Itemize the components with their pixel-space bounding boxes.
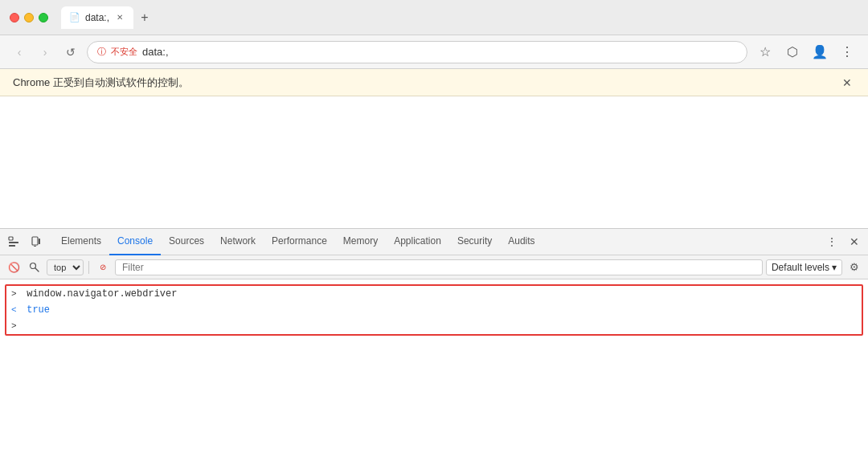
svg-rect-3 xyxy=(32,237,38,245)
console-filter-icon[interactable] xyxy=(26,259,43,276)
tab-performance[interactable]: Performance xyxy=(264,229,335,255)
console-text-3 xyxy=(21,319,27,333)
info-close-button[interactable]: ✕ xyxy=(839,75,855,91)
tab-elements[interactable]: Elements xyxy=(53,229,109,255)
tab-page-icon: 📄 xyxy=(69,12,80,22)
tab-sources[interactable]: Sources xyxy=(161,229,212,255)
tab-performance-label: Performance xyxy=(272,235,327,247)
minimize-button[interactable] xyxy=(24,13,34,22)
devtools-close-icon[interactable]: ✕ xyxy=(844,231,865,252)
console-entry-2: < true xyxy=(6,302,862,318)
tab-security-label: Security xyxy=(457,235,492,247)
toolbar-right: ☆ ⬡ 👤 ⋮ xyxy=(754,41,858,63)
tab-application[interactable]: Application xyxy=(386,229,449,255)
devtools-tab-bar: Elements Console Sources Network Perform… xyxy=(0,229,868,255)
devtools-more-icon[interactable]: ⋮ xyxy=(821,231,842,252)
console-clear-icon[interactable]: 🚫 xyxy=(5,259,23,276)
forward-button[interactable]: › xyxy=(35,43,55,62)
svg-rect-0 xyxy=(9,237,13,240)
security-icon: ⓘ xyxy=(97,46,106,58)
devtools-left-icons xyxy=(3,231,53,252)
console-settings-icon[interactable]: ⚙ xyxy=(845,259,863,276)
console-output: > window.navigator.webdriver < true > xyxy=(0,279,868,341)
console-text-2: true xyxy=(21,303,50,317)
devtools-right-icons: ⋮ ✕ xyxy=(821,231,865,252)
back-icon: ‹ xyxy=(18,46,22,59)
console-highlight-box: > window.navigator.webdriver < true > xyxy=(5,284,863,336)
address-bar: ‹ › ↺ ⓘ 不安全 data:, ☆ ⬡ 👤 ⋮ xyxy=(0,35,868,69)
automation-message: Chrome 正受到自动测试软件的控制。 xyxy=(13,75,189,90)
svg-rect-5 xyxy=(39,239,40,244)
url-text: data:, xyxy=(142,46,169,58)
default-levels-label: Default levels xyxy=(772,262,829,273)
main-content xyxy=(0,96,868,228)
tab-network-label: Network xyxy=(220,235,256,247)
account-button[interactable]: 👤 xyxy=(809,41,831,63)
tab-sources-label: Sources xyxy=(169,235,204,247)
automation-info-bar: Chrome 正受到自动测试软件的控制。 ✕ xyxy=(0,69,868,96)
tab-console-label: Console xyxy=(117,235,153,247)
svg-rect-4 xyxy=(34,246,36,247)
url-bar[interactable]: ⓘ 不安全 data:, xyxy=(87,41,747,63)
svg-rect-2 xyxy=(9,245,15,247)
active-tab[interactable]: 📄 data:, ✕ xyxy=(61,6,133,29)
console-toolbar: 🚫 top ⊘ Default levels ▾ ⚙ xyxy=(0,255,868,279)
tab-memory[interactable]: Memory xyxy=(335,229,386,255)
security-label: 不安全 xyxy=(111,46,137,58)
devtools-device-icon[interactable] xyxy=(26,231,47,252)
extensions-icon: ⬡ xyxy=(787,44,798,59)
new-tab-button[interactable]: + xyxy=(133,6,156,29)
devtools-panel: Elements Console Sources Network Perform… xyxy=(0,228,868,341)
refresh-icon: ↺ xyxy=(66,46,76,59)
tab-audits-label: Audits xyxy=(508,235,534,247)
tab-bar: 📄 data:, ✕ + xyxy=(61,6,858,29)
toolbar-divider xyxy=(88,261,89,274)
tab-memory-label: Memory xyxy=(343,235,378,247)
tab-close-button[interactable]: ✕ xyxy=(114,12,125,23)
tab-title: data:, xyxy=(85,12,109,23)
tab-network[interactable]: Network xyxy=(212,229,264,255)
tab-console[interactable]: Console xyxy=(109,229,161,255)
svg-line-7 xyxy=(35,267,39,271)
tab-audits[interactable]: Audits xyxy=(500,229,542,255)
console-arrow-3: > xyxy=(11,319,21,333)
tab-elements-label: Elements xyxy=(61,235,101,247)
console-arrow-2: < xyxy=(11,303,21,317)
tab-application-label: Application xyxy=(394,235,441,247)
dropdown-arrow-icon: ▾ xyxy=(832,262,837,273)
forward-icon: › xyxy=(43,46,47,59)
console-entry-3: > xyxy=(6,318,862,334)
bookmark-button[interactable]: ☆ xyxy=(754,41,776,63)
filter-input[interactable] xyxy=(115,259,763,275)
console-entry-1: > window.navigator.webdriver xyxy=(6,286,862,302)
console-text-1: window.navigator.webdriver xyxy=(21,287,177,301)
refresh-button[interactable]: ↺ xyxy=(61,43,80,62)
extensions-button[interactable]: ⬡ xyxy=(781,41,804,63)
tab-security[interactable]: Security xyxy=(449,229,500,255)
close-button[interactable] xyxy=(10,13,19,22)
menu-button[interactable]: ⋮ xyxy=(836,41,858,63)
bookmark-icon: ☆ xyxy=(760,44,771,59)
account-icon: 👤 xyxy=(812,44,828,59)
svg-rect-1 xyxy=(9,242,18,243)
console-arrow-1: > xyxy=(11,287,21,301)
title-bar: 📄 data:, ✕ + xyxy=(0,0,868,35)
maximize-button[interactable] xyxy=(39,13,48,22)
context-select[interactable]: top xyxy=(47,259,84,275)
console-no-errors-icon[interactable]: ⊘ xyxy=(94,259,112,276)
default-levels-dropdown[interactable]: Default levels ▾ xyxy=(766,259,842,275)
back-button[interactable]: ‹ xyxy=(10,43,29,62)
devtools-inspect-icon[interactable] xyxy=(3,231,24,252)
menu-icon: ⋮ xyxy=(841,44,854,59)
traffic-lights xyxy=(10,13,48,22)
